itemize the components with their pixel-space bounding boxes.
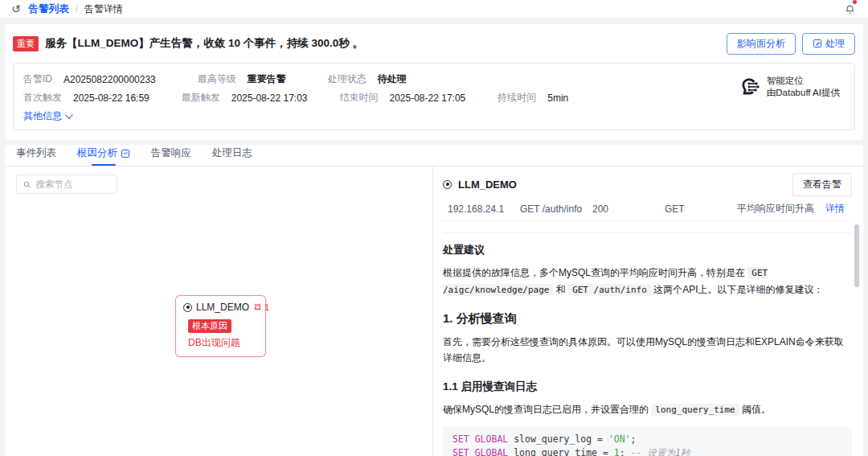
node-search-input[interactable]	[35, 179, 110, 189]
detail-card: 事件列表 根因分析 告警响应 处理日志 LLM_DEMO	[5, 145, 863, 456]
breadcrumb-current: 告警详情	[84, 2, 123, 16]
sql-code-block-slow-log: SET GLOBAL slow_query_log = 'ON';SET GLO…	[443, 426, 852, 456]
duration-value: 5min	[547, 92, 568, 104]
root-cause-detail-panel: LLM_DEMO 查看告警 192.168.24.1 GET /auth/inf…	[432, 166, 863, 456]
suggestion-intro: 根据提供的故障信息，多个MySQL查询的平均响应时间升高，特别是在 GET /a…	[443, 265, 852, 298]
node-search-box[interactable]	[16, 175, 117, 194]
view-alert-button[interactable]: 查看告警	[792, 173, 852, 196]
latest-trigger-value: 2025-08-22 17:03	[231, 92, 308, 104]
paragraph: 首先，需要分析这些慢查询的具体原因。可以使用MySQL的慢查询日志和EXPLAI…	[443, 334, 852, 366]
ai-head-icon	[739, 76, 760, 97]
back-icon[interactable]: ↺	[11, 3, 21, 14]
field-label: 持续时间	[497, 91, 536, 105]
tab-event-list[interactable]: 事件列表	[16, 146, 56, 166]
suggestion-title: 处置建议	[443, 243, 852, 257]
breadcrumb-separator: /	[76, 3, 78, 14]
alert-id-value: A2025082200000233	[63, 74, 156, 85]
handle-button[interactable]: 处理	[802, 33, 855, 55]
root-cause-text: DB出现问题	[188, 336, 258, 350]
ai-branding: 智能定位 由Databuff AI提供	[739, 75, 845, 99]
heading-analyze-slow-query: 1. 分析慢查询	[443, 311, 852, 327]
tab-alert-response[interactable]: 告警响应	[151, 146, 191, 166]
field-label: 处理状态	[328, 72, 366, 86]
edit-icon	[813, 39, 822, 48]
field-label: 告警ID	[23, 72, 52, 86]
endpoint-status: 200	[592, 203, 665, 215]
severity-value: 重要告警	[248, 72, 286, 86]
bell-badge-dot	[853, 0, 857, 4]
breadcrumb-alert-list-link[interactable]: 告警列表	[29, 2, 69, 16]
heading-enable-slow-log: 1.1 启用慢查询日志	[443, 380, 852, 394]
tab-process-log[interactable]: 处理日志	[212, 146, 252, 166]
ai-title: 智能定位	[767, 75, 840, 87]
field-label: 首次触发	[23, 91, 62, 105]
root-cause-badge: 根本原因	[188, 319, 231, 333]
more-info-link[interactable]: 其他信息	[23, 107, 71, 125]
search-icon	[23, 180, 31, 189]
alert-message: 服务【LLM_DEMO】产生告警，收敛 10 个事件，持续 300.0秒 。	[45, 36, 363, 51]
first-trigger-value: 2025-08-22 16:59	[73, 92, 149, 104]
severity-badge: 重要	[13, 36, 39, 51]
suggestion-doc: 处置建议 根据提供的故障信息，多个MySQL查询的平均响应时间升高，特别是在 G…	[443, 233, 852, 456]
chevron-down-icon	[65, 111, 73, 119]
endpoint-api: GET /auth/info	[520, 203, 592, 215]
alert-summary-card: 重要 服务【LLM_DEMO】产生告警，收敛 10 个事件，持续 300.0秒 …	[5, 24, 863, 140]
tab-root-cause[interactable]: 根因分析	[77, 146, 130, 166]
impact-analysis-button[interactable]: 影响面分析	[727, 33, 796, 55]
graph-node-llm-demo[interactable]: LLM_DEMO 1 根本原因 DB出现问题	[175, 295, 266, 357]
endpoint-row: 192.168.24.1 GET /auth/info 200 GET 平均响应…	[443, 197, 852, 221]
alert-info-box: 告警IDA2025082200000233 最高等级重要告警 处理状态待处理 首…	[13, 63, 855, 130]
node-alarm-count: 1	[264, 302, 269, 312]
field-label: 结束时间	[340, 91, 379, 105]
ai-report-icon	[121, 149, 130, 158]
ai-subtitle: 由Databuff AI提供	[767, 87, 840, 99]
endpoint-issue: 平均响应时间升高	[737, 202, 825, 216]
tab-bar: 事件列表 根因分析 告警响应 处理日志	[5, 145, 863, 166]
status-value: 待处理	[378, 72, 407, 86]
paragraph: 确保MySQL的慢查询日志已启用，并设置合理的 long_query_time …	[443, 401, 852, 418]
scrollbar-thumb[interactable]	[854, 224, 859, 287]
field-label: 最新触发	[182, 91, 220, 105]
field-label: 最高等级	[198, 72, 236, 86]
service-icon	[183, 303, 192, 312]
end-time-value: 2025-08-22 17:05	[390, 92, 466, 104]
service-icon	[443, 180, 452, 189]
endpoint-detail-link[interactable]: 详情	[825, 202, 845, 216]
node-title: LLM_DEMO	[196, 302, 249, 313]
endpoint-ip: 192.168.24.1	[443, 203, 520, 215]
detail-service-title: LLM_DEMO	[458, 179, 792, 191]
notification-bell-icon[interactable]	[842, 2, 857, 16]
root-cause-graph-panel: LLM_DEMO 1 根本原因 DB出现问题	[5, 166, 432, 456]
endpoint-method: GET	[665, 203, 737, 215]
breadcrumb-bar: ↺ 告警列表 / 告警详情	[0, 0, 868, 18]
alarm-icon	[253, 303, 262, 312]
